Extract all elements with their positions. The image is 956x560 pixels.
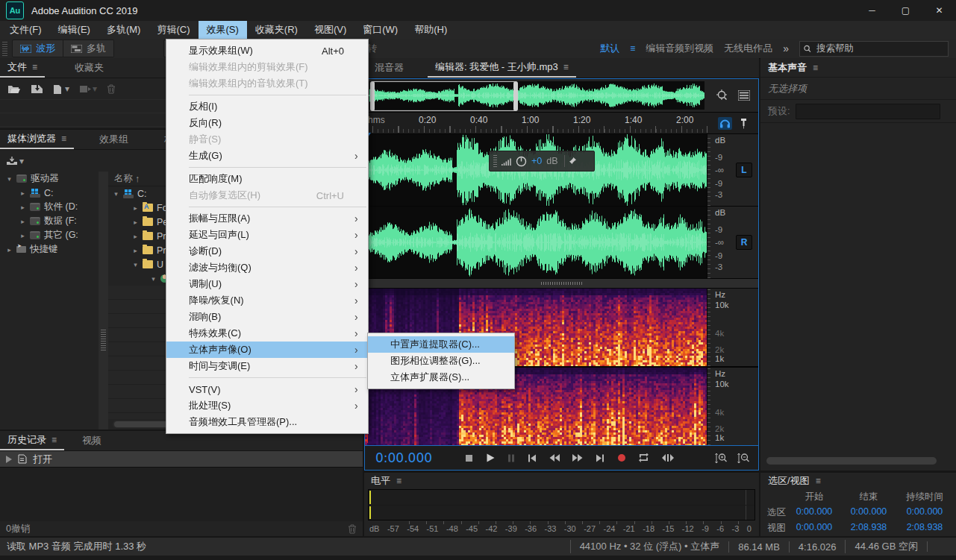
tree-caret-icon[interactable]: ▸ xyxy=(19,218,26,225)
skip-selection-button[interactable] xyxy=(662,454,674,462)
menu-item[interactable]: 显示效果组(W) Alt+0 xyxy=(166,43,368,59)
menubar-item[interactable]: 帮助(H) xyxy=(406,21,455,39)
tree-row[interactable]: ▸其它 (G: xyxy=(0,228,99,242)
tree-row[interactable]: ▸快捷键 xyxy=(0,242,99,257)
clear-history-trash-icon[interactable] xyxy=(348,524,357,534)
new-file-button[interactable]: ▾ xyxy=(53,84,69,94)
divider-grip[interactable] xyxy=(541,282,583,285)
menu-item[interactable]: 生成(G) › xyxy=(166,148,368,164)
list-caret-icon[interactable]: ▸ xyxy=(132,218,139,226)
menu-item[interactable]: 延迟与回声(L) › xyxy=(166,227,368,243)
menu-item[interactable]: 诊断(D) › xyxy=(166,243,368,259)
volume-hud[interactable]: +0 dB xyxy=(489,151,595,172)
menubar-item[interactable]: 多轨(M) xyxy=(99,21,149,39)
menubar-item[interactable]: 视图(V) xyxy=(306,21,354,39)
maximize-button[interactable]: ▢ xyxy=(889,0,922,21)
panel-menu-icon[interactable]: ≡ xyxy=(816,476,821,486)
skip-to-end-button[interactable] xyxy=(596,454,604,462)
scrollbar-thumb[interactable] xyxy=(766,457,937,465)
list-caret-icon[interactable]: ▾ xyxy=(150,275,157,283)
loop-playback-button[interactable] xyxy=(639,453,649,462)
list-caret-icon[interactable]: ▾ xyxy=(113,190,119,198)
tab-media-browser[interactable]: 媒体浏览器≡ xyxy=(0,130,74,149)
tab-history[interactable]: 历史记录≡ xyxy=(0,431,64,450)
panel-menu-icon[interactable]: ≡ xyxy=(396,476,402,486)
pause-button[interactable] xyxy=(507,454,515,462)
selection-end[interactable]: 0:00.000 xyxy=(841,506,896,519)
time-display[interactable]: 0:00.000 xyxy=(365,450,465,465)
tab-editor-file[interactable]: 编辑器: 我爱他 - 王小帅.mp3≡ xyxy=(428,58,576,78)
tree-caret-icon[interactable]: ▸ xyxy=(19,204,26,211)
import-media-button[interactable]: ▾ xyxy=(6,156,24,166)
menu-item[interactable]: 特殊效果(C) › xyxy=(166,325,368,342)
menu-item[interactable]: 反相(I) xyxy=(166,98,368,115)
menu-item[interactable]: 编辑效果组内的音轨效果(T) xyxy=(166,75,368,92)
waveform-display-left[interactable]: +0 dB xyxy=(365,134,707,206)
rewind-button[interactable] xyxy=(549,454,560,462)
menu-item[interactable] xyxy=(166,164,368,171)
toolbar-grip[interactable] xyxy=(2,41,7,56)
tab-favorites[interactable]: 收藏夹 xyxy=(67,58,111,78)
wave-spectral-divider[interactable] xyxy=(365,278,758,289)
waveform-canvas-right[interactable] xyxy=(365,207,707,278)
tree-caret-icon[interactable]: ▾ xyxy=(6,175,13,183)
display-list-icon[interactable] xyxy=(738,90,750,101)
menu-item[interactable] xyxy=(166,204,368,210)
zoom-navigate-icon[interactable] xyxy=(716,89,729,101)
panel-menu-icon[interactable]: ≡ xyxy=(563,62,569,72)
tree-list-splitter[interactable] xyxy=(99,172,108,430)
menu-item[interactable]: 时间与变调(E) › xyxy=(166,358,368,374)
fast-forward-button[interactable] xyxy=(572,454,583,462)
workspace-default[interactable]: 默认 xyxy=(600,42,619,55)
menubar-item[interactable]: 编辑(E) xyxy=(50,21,99,39)
list-caret-icon[interactable]: ▸ xyxy=(132,233,139,240)
workspace-menu-icon[interactable]: ≡ xyxy=(630,43,635,54)
tab-files[interactable]: 文件≡ xyxy=(0,58,45,78)
submenu-item[interactable]: 中置声道提取器(C)... xyxy=(368,336,514,353)
menu-item[interactable]: 滤波与均衡(Q) › xyxy=(166,259,368,276)
menubar-item[interactable]: 文件(F) xyxy=(1,21,50,39)
selection-handle-left[interactable] xyxy=(370,81,375,111)
menu-item[interactable]: 编辑效果组内的剪辑效果(F) xyxy=(166,59,368,75)
multitrack-view-button[interactable]: 多轨 xyxy=(63,40,114,57)
overview-waveform[interactable] xyxy=(368,81,704,110)
tab-mixer[interactable]: 混音器 xyxy=(367,58,411,78)
timeline-ruler[interactable]: hms 0:200:401:001:201:402:00 xyxy=(365,113,707,133)
menu-item[interactable]: 静音(S) xyxy=(166,131,368,148)
record-button[interactable] xyxy=(617,453,626,462)
marker-pin-icon[interactable] xyxy=(740,118,748,129)
menu-item[interactable]: 音频增效工具管理器(P)... xyxy=(166,414,368,430)
headphones-monitor-icon[interactable] xyxy=(718,117,732,130)
submenu-item[interactable]: 立体声扩展器(S)... xyxy=(368,369,514,386)
selection-start[interactable]: 0:00.000 xyxy=(787,506,841,519)
minimize-button[interactable]: ─ xyxy=(855,0,889,21)
play-button[interactable] xyxy=(486,453,495,462)
selection-handle-right[interactable] xyxy=(513,81,518,111)
menu-item[interactable]: 振幅与压限(A) › xyxy=(166,210,368,227)
stop-button[interactable] xyxy=(465,454,473,462)
zoom-out-vertical-button[interactable] xyxy=(737,453,749,464)
view-start[interactable]: 0:00.000 xyxy=(787,522,841,535)
view-end[interactable]: 2:08.938 xyxy=(841,522,896,535)
list-caret-icon[interactable]: ▾ xyxy=(132,261,139,268)
essential-sound-hscrollbar[interactable] xyxy=(766,457,950,465)
selection-duration[interactable]: 0:00.000 xyxy=(896,506,953,519)
workspace-overflow-icon[interactable]: » xyxy=(783,43,789,54)
level-meter[interactable] xyxy=(368,489,755,520)
insert-into-multitrack-button[interactable]: ▾ xyxy=(79,84,97,94)
help-search[interactable] xyxy=(799,41,949,57)
menubar-item[interactable]: 窗口(W) xyxy=(354,21,406,39)
menu-item[interactable]: 立体声声像(O) › xyxy=(166,342,368,358)
waveform-view-button[interactable]: 波形 xyxy=(12,40,63,57)
panel-menu-icon[interactable]: ≡ xyxy=(51,435,57,445)
history-entry-open[interactable]: 打开 xyxy=(0,451,363,467)
skip-to-start-button[interactable] xyxy=(528,454,537,462)
menu-item[interactable]: 反向(R) xyxy=(166,115,368,131)
preset-input[interactable] xyxy=(796,104,940,119)
menubar-item[interactable]: 收藏夹(R) xyxy=(247,21,306,39)
search-input[interactable] xyxy=(815,43,944,54)
tab-effects-rack[interactable]: 效果组 xyxy=(92,130,136,149)
zoom-in-vertical-button[interactable] xyxy=(715,453,727,464)
panel-menu-icon[interactable]: ≡ xyxy=(813,63,818,73)
open-file-button[interactable] xyxy=(7,84,21,94)
